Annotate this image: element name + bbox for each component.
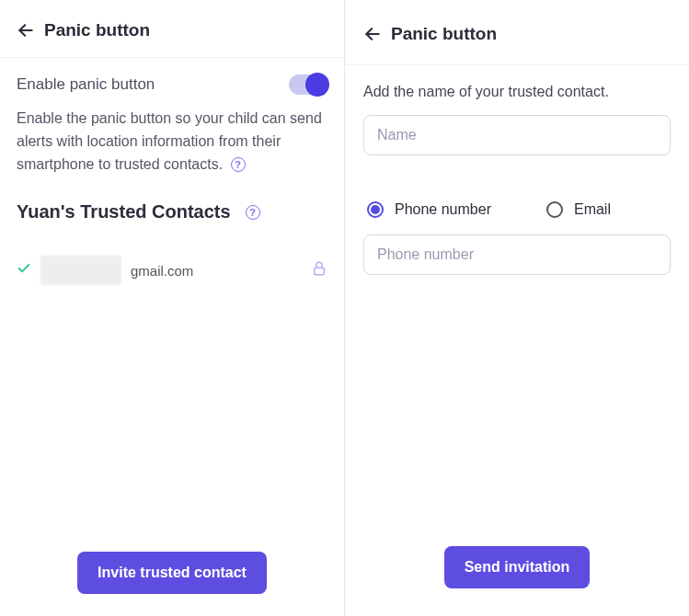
left-title: Panic button: [44, 20, 150, 40]
enable-toggle-row: Enable panic button: [0, 58, 344, 102]
radio-phone[interactable]: Phone number: [367, 201, 491, 218]
enable-description: Enable the panic button so your child ca…: [0, 102, 344, 176]
send-invitation-button[interactable]: Send invitation: [444, 546, 591, 588]
contact-row: gmail.com: [0, 230, 344, 292]
help-icon[interactable]: ?: [246, 205, 260, 220]
name-field[interactable]: [363, 115, 671, 155]
svg-rect-1: [315, 268, 325, 276]
right-panel: Panic button Add the name of your truste…: [344, 0, 689, 616]
add-contact-prompt: Add the name of your trusted contact.: [345, 65, 689, 109]
toggle-knob-icon: [305, 73, 329, 97]
help-icon[interactable]: ?: [231, 157, 246, 172]
contact-email: gmail.com: [131, 263, 193, 279]
contact-method-radio-group: Phone number Email: [345, 155, 689, 229]
contact-name-redacted: [40, 256, 121, 285]
radio-phone-label: Phone number: [395, 201, 491, 218]
radio-email-label: Email: [574, 201, 611, 218]
radio-email[interactable]: Email: [546, 201, 611, 218]
right-title: Panic button: [391, 24, 497, 44]
left-header: Panic button: [0, 0, 344, 58]
back-arrow-icon[interactable]: [363, 25, 382, 43]
trusted-contacts-heading-row: Yuan's Trusted Contacts ?: [0, 176, 344, 230]
enable-toggle-label: Enable panic button: [17, 75, 155, 94]
radio-selected-icon: [367, 201, 384, 218]
right-footer: Send invitation: [345, 546, 689, 616]
lock-icon: [311, 260, 327, 280]
check-icon: [17, 261, 31, 279]
back-arrow-icon[interactable]: [17, 21, 35, 40]
radio-unselected-icon: [546, 201, 563, 218]
trusted-contacts-heading: Yuan's Trusted Contacts: [17, 201, 231, 222]
left-footer: Invite trusted contact: [0, 552, 344, 616]
enable-toggle[interactable]: [289, 74, 327, 95]
phone-number-field[interactable]: [363, 234, 671, 275]
enable-description-text: Enable the panic button so your child ca…: [17, 110, 322, 172]
left-panel: Panic button Enable panic button Enable …: [0, 0, 344, 616]
right-header: Panic button: [345, 0, 689, 65]
invite-trusted-contact-button[interactable]: Invite trusted contact: [77, 552, 267, 594]
